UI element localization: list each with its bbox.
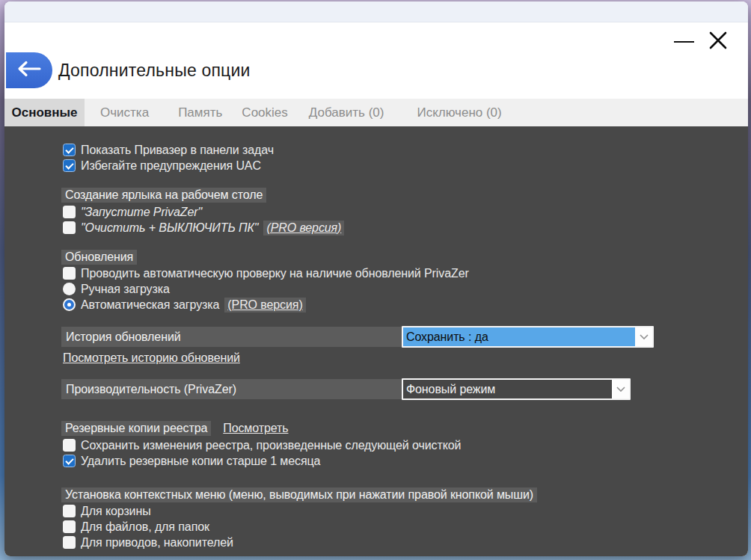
option-label: Для файлов, для папок <box>81 520 209 534</box>
close-icon <box>707 29 729 55</box>
performance-label: Производительность (PrivaZer) <box>61 379 402 399</box>
checkbox-checked-icon[interactable] <box>63 455 76 467</box>
dropdown-selected-value: Фоновый режим <box>403 380 612 399</box>
option-launch-privazer-shortcut[interactable]: "Запустите PrivaZer" <box>63 204 748 220</box>
checkbox-unchecked-icon[interactable] <box>63 536 76 549</box>
tab-cookies[interactable]: Cookies <box>232 99 297 126</box>
tab-dobavit[interactable]: Добавить (0) <box>299 99 394 126</box>
close-button[interactable] <box>702 25 735 58</box>
section-shortcut-header: Создание ярлыка на рабочем столе <box>61 188 748 203</box>
pro-version-link[interactable]: (PRO версия) <box>263 221 344 236</box>
radio-selected-icon[interactable] <box>63 298 76 311</box>
checkbox-unchecked-icon[interactable] <box>63 520 76 533</box>
section-title: Создание ярлыка на рабочем столе <box>61 188 266 203</box>
minimize-icon <box>674 41 694 43</box>
performance-row: Производительность (PrivaZer) Фоновый ре… <box>61 378 748 400</box>
option-label: Ручная загрузка <box>81 283 170 296</box>
chevron-down-icon[interactable] <box>635 327 652 346</box>
option-label: "Очистить + ВЫКЛЮЧИТЬ ПК" <box>81 221 258 235</box>
back-button[interactable] <box>6 52 52 88</box>
page-title: Дополнительные опции <box>58 61 251 81</box>
minimize-button[interactable] <box>669 30 699 54</box>
view-update-history-row: Посмотреть историю обновений <box>63 350 748 366</box>
option-label: Показать Привазер в панели задач <box>81 144 274 157</box>
radio-auto-download[interactable]: Автоматическая загрузка (PRO версия) <box>63 297 748 313</box>
pro-version-link[interactable]: (PRO версия) <box>224 298 305 313</box>
option-label: Автоматическая загрузка <box>81 298 219 312</box>
option-label: Для приводов, накопителей <box>81 536 233 550</box>
section-registry-header: Резервные копии реестра Посмотреть <box>61 421 748 436</box>
option-context-drives[interactable]: Для приводов, накопителей <box>63 535 748 550</box>
option-label: Сохранить изменения реестра, произведенн… <box>81 439 461 452</box>
option-delete-old-backups[interactable]: Удалить резервные копии старше 1 месяца <box>63 453 748 469</box>
option-label: Избегайте предупреждения UAC <box>81 159 261 173</box>
update-history-label: История обновлений <box>61 327 402 347</box>
option-label: Проводить автоматическую проверку на нал… <box>81 267 469 280</box>
checkbox-checked-icon[interactable] <box>63 144 76 156</box>
option-label: Удалить резервные копии старше 1 месяца <box>81 455 320 468</box>
section-title: Установка контекстных меню (меню, выводи… <box>61 487 537 502</box>
checkbox-unchecked-icon[interactable] <box>63 267 76 280</box>
option-avoid-uac[interactable]: Избегайте предупреждения UAC <box>63 158 748 173</box>
tab-pamyat[interactable]: Память <box>168 99 232 126</box>
header: Дополнительные опции <box>4 22 748 99</box>
options-panel: Показать Привазер в панели задач Избегай… <box>4 126 748 556</box>
section-updates-header: Обновления <box>61 250 748 265</box>
option-context-files-folders[interactable]: Для файлов, для папок <box>63 519 748 535</box>
privazer-options-window: Дополнительные опции Основные Очистка Па… <box>4 1 748 556</box>
section-context-menu-header: Установка контекстных меню (меню, выводи… <box>61 487 748 502</box>
performance-dropdown[interactable]: Фоновый режим <box>402 378 631 400</box>
update-history-row: История обновлений Сохранить : да <box>61 326 748 348</box>
option-auto-check-updates[interactable]: Проводить автоматическую проверку на нал… <box>63 265 748 281</box>
window-titlebar <box>4 1 748 22</box>
radio-manual-download[interactable]: Ручная загрузка <box>63 281 748 297</box>
tab-bar: Основные Очистка Память Cookies Добавить… <box>4 99 748 126</box>
back-arrow-icon <box>15 59 43 81</box>
radio-unselected-icon[interactable] <box>63 283 76 295</box>
view-registry-backups-link[interactable]: Посмотреть <box>223 422 288 435</box>
option-show-in-taskbar[interactable]: Показать Привазер в панели задач <box>63 142 748 158</box>
checkbox-checked-icon[interactable] <box>63 159 76 172</box>
checkbox-unchecked-icon[interactable] <box>63 206 76 218</box>
checkbox-unchecked-icon[interactable] <box>63 439 76 452</box>
view-update-history-link[interactable]: Посмотреть историю обновений <box>63 351 240 365</box>
checkbox-unchecked-icon[interactable] <box>63 221 76 234</box>
tab-osnovnye[interactable]: Основные <box>4 99 85 126</box>
dropdown-selected-value: Сохранить : да <box>403 327 635 346</box>
option-label: "Запустите PrivaZer" <box>81 206 202 219</box>
checkbox-unchecked-icon[interactable] <box>63 505 76 517</box>
update-history-dropdown[interactable]: Сохранить : да <box>402 326 654 348</box>
option-label: Для корзины <box>81 505 151 518</box>
tab-isklyucheno[interactable]: Исключено (0) <box>407 99 511 126</box>
option-clean-shutdown-shortcut[interactable]: "Очистить + ВЫКЛЮЧИТЬ ПК" (PRO версия) <box>63 220 748 236</box>
option-context-recycle-bin[interactable]: Для корзины <box>63 503 748 519</box>
chevron-down-icon[interactable] <box>612 380 629 399</box>
section-title: Резервные копии реестра <box>61 421 211 436</box>
option-save-registry-changes[interactable]: Сохранить изменения реестра, произведенн… <box>63 437 748 453</box>
tab-ochistka[interactable]: Очистка <box>91 99 159 126</box>
section-title: Обновления <box>61 250 137 265</box>
